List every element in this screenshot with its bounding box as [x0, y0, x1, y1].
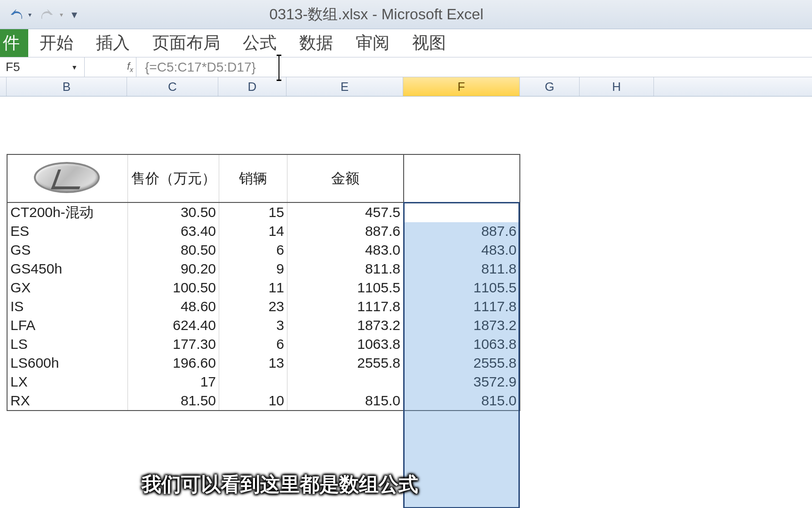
tab-review[interactable]: 审阅: [344, 29, 401, 57]
name-box[interactable]: F5 ▼: [0, 57, 85, 77]
cell-price[interactable]: 196.60: [128, 354, 219, 372]
cell-f[interactable]: 2555.8: [404, 354, 520, 372]
cell-amount[interactable]: 815.0: [287, 391, 404, 410]
cell-area[interactable]: 售价（万元） 销辆 金额 CT200h-混动30.5015457.5457.5E…: [0, 97, 812, 508]
cell-amount[interactable]: 457.5: [287, 203, 404, 222]
undo-button[interactable]: [5, 3, 27, 26]
cell-f[interactable]: 483.0: [404, 241, 520, 259]
cell-price[interactable]: 48.60: [128, 297, 219, 316]
redo-dropdown-icon[interactable]: ▾: [60, 11, 63, 18]
cell-amount[interactable]: [287, 372, 404, 391]
cell-model[interactable]: RX: [8, 391, 128, 410]
lexus-logo-icon: [34, 162, 102, 195]
formula-bar: F5 ▼ fx {=C5:C17*D5:D17}: [0, 57, 812, 77]
col-header-A[interactable]: [0, 77, 7, 96]
cell-model[interactable]: IS: [8, 297, 128, 316]
table-row: LX173572.9: [8, 372, 520, 391]
cell-f[interactable]: 1117.8: [404, 297, 520, 316]
cell-sales[interactable]: 15: [219, 203, 287, 222]
window-title: 0313-数组.xlsx - Microsoft Excel: [269, 4, 483, 25]
tab-page-layout[interactable]: 页面布局: [141, 29, 231, 57]
cell-sales[interactable]: 3: [219, 316, 287, 335]
cell-amount[interactable]: 2555.8: [287, 354, 404, 372]
cell-sales[interactable]: 6: [219, 335, 287, 354]
cell-price[interactable]: 100.50: [128, 278, 219, 297]
qat-customize-icon[interactable]: ▾: [72, 8, 77, 21]
header-price: 售价（万元）: [128, 155, 219, 202]
cell-amount[interactable]: 811.8: [287, 259, 404, 278]
cell-price[interactable]: 81.50: [128, 391, 219, 410]
cell-price[interactable]: 17: [128, 372, 219, 391]
col-header-C[interactable]: C: [127, 77, 218, 96]
cell-f[interactable]: 457.5: [404, 203, 520, 222]
table-row: LS177.3061063.81063.8: [8, 335, 520, 354]
cell-price[interactable]: 177.30: [128, 335, 219, 354]
cell-model[interactable]: ES: [8, 222, 128, 241]
cell-price[interactable]: 80.50: [128, 241, 219, 259]
cell-amount[interactable]: 1873.2: [287, 316, 404, 335]
cell-sales[interactable]: 11: [219, 278, 287, 297]
fx-button[interactable]: fx: [127, 60, 133, 73]
cell-model[interactable]: GS: [8, 241, 128, 259]
undo-dropdown-icon[interactable]: ▾: [28, 11, 32, 18]
col-header-G[interactable]: G: [520, 77, 580, 96]
redo-button[interactable]: [36, 3, 59, 26]
cell-f[interactable]: 3572.9: [404, 372, 520, 391]
cell-model[interactable]: GS450h: [8, 259, 128, 278]
cell-model[interactable]: GX: [8, 278, 128, 297]
subtitle-caption: 我们可以看到这里都是数组公式: [142, 471, 418, 498]
table-row: LS600h196.60132555.82555.8: [8, 354, 520, 372]
cell-f[interactable]: 1873.2: [404, 316, 520, 335]
header-amount: 金额: [287, 155, 404, 202]
table-row: GS80.506483.0483.0: [8, 241, 520, 259]
file-tab[interactable]: 件: [0, 29, 28, 57]
name-box-value: F5: [6, 60, 20, 74]
name-box-dropdown-icon[interactable]: ▼: [71, 64, 78, 71]
cell-sales[interactable]: 13: [219, 354, 287, 372]
tab-home[interactable]: 开始: [28, 29, 85, 57]
cell-model[interactable]: LFA: [8, 316, 128, 335]
quick-access-toolbar: ▾ ▾ ▾ 0313-数组.xlsx - Microsoft Excel: [0, 0, 812, 29]
col-header-E[interactable]: E: [287, 77, 403, 96]
cell-amount[interactable]: 1063.8: [287, 335, 404, 354]
cell-model[interactable]: LS: [8, 335, 128, 354]
cell-price[interactable]: 624.40: [128, 316, 219, 335]
cell-sales[interactable]: 6: [219, 241, 287, 259]
cell-f[interactable]: 815.0: [404, 391, 520, 410]
logo-cell: [8, 155, 128, 202]
cell-sales[interactable]: 23: [219, 297, 287, 316]
tab-insert[interactable]: 插入: [85, 29, 141, 57]
col-header-H[interactable]: H: [580, 77, 654, 96]
table-row: GX100.50111105.51105.5: [8, 278, 520, 297]
table-row: GS450h90.209811.8811.8: [8, 259, 520, 278]
cell-model[interactable]: LS600h: [8, 354, 128, 372]
cell-sales[interactable]: 10: [219, 391, 287, 410]
tab-data[interactable]: 数据: [288, 29, 344, 57]
cell-f[interactable]: 1063.8: [404, 335, 520, 354]
cell-model[interactable]: CT200h-混动: [8, 203, 128, 222]
spreadsheet-grid: B C D E F G H 售价（万元） 销辆 金额: [0, 77, 812, 508]
cell-amount[interactable]: 483.0: [287, 241, 404, 259]
cell-f[interactable]: 811.8: [404, 259, 520, 278]
cell-amount[interactable]: 887.6: [287, 222, 404, 241]
tab-view[interactable]: 视图: [401, 29, 457, 57]
col-header-F[interactable]: F: [403, 77, 520, 96]
cell-price[interactable]: 63.40: [128, 222, 219, 241]
text-cursor-icon: [279, 56, 279, 80]
cell-model[interactable]: LX: [8, 372, 128, 391]
cell-amount[interactable]: 1105.5: [287, 278, 404, 297]
cell-sales[interactable]: 14: [219, 222, 287, 241]
cell-f[interactable]: 887.6: [404, 222, 520, 241]
cell-price[interactable]: 90.20: [128, 259, 219, 278]
formula-input[interactable]: {=C5:C17*D5:D17}: [136, 60, 812, 75]
cell-sales[interactable]: 9: [219, 259, 287, 278]
formula-text: {=C5:C17*D5:D17}: [145, 60, 256, 74]
col-header-B[interactable]: B: [7, 77, 127, 96]
cell-f[interactable]: 1105.5: [404, 278, 520, 297]
tab-formulas[interactable]: 公式: [231, 29, 288, 57]
cell-amount[interactable]: 1117.8: [287, 297, 404, 316]
header-f: [404, 155, 520, 202]
cell-sales[interactable]: [219, 372, 287, 391]
ribbon-tabs: 件 开始 插入 页面布局 公式 数据 审阅 视图: [0, 29, 812, 57]
cell-price[interactable]: 30.50: [128, 203, 219, 222]
